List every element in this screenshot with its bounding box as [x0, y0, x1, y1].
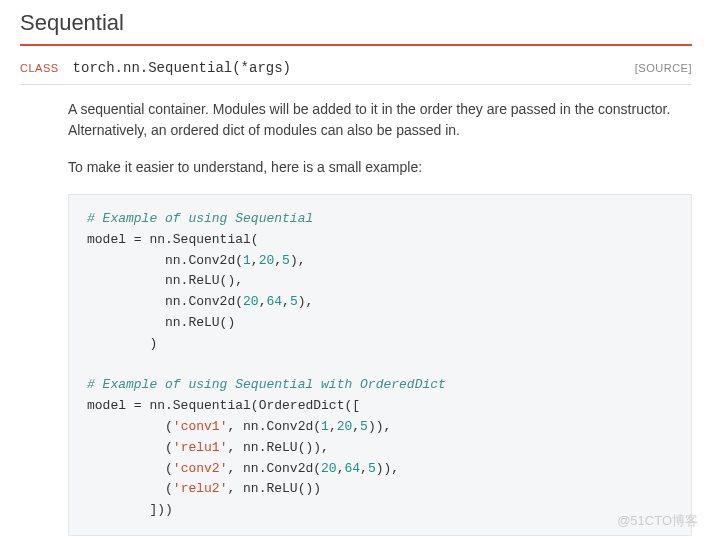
code-comment: # Example of using Sequential: [87, 211, 313, 226]
code-num: 5: [282, 253, 290, 268]
code-line: model = nn.Sequential(: [87, 232, 259, 247]
code-line: (: [87, 461, 173, 476]
code-num: 20: [243, 294, 259, 309]
code-num: 64: [344, 461, 360, 476]
code-line: (: [87, 440, 173, 455]
code-comment: # Example of using Sequential with Order…: [87, 377, 446, 392]
code-num: 64: [266, 294, 282, 309]
code-line: nn.ReLU(): [87, 315, 235, 330]
code-line: nn.Conv2d(: [87, 294, 243, 309]
code-line: ])): [87, 502, 173, 517]
description-paragraph-2: To make it easier to understand, here is…: [68, 157, 692, 178]
code-example: # Example of using Sequential model = nn…: [68, 194, 692, 536]
code-line: nn.ReLU(),: [87, 273, 243, 288]
code-line: ): [87, 336, 157, 351]
class-signature: torch.nn.Sequential(*args): [73, 60, 635, 76]
watermark: @51CTO博客: [617, 512, 698, 530]
page-title: Sequential: [20, 10, 692, 46]
code-line: (: [87, 419, 173, 434]
code-num: 1: [321, 419, 329, 434]
code-num: 20: [337, 419, 353, 434]
class-label: CLASS: [20, 62, 59, 74]
class-header: CLASS torch.nn.Sequential(*args) [SOURCE…: [20, 54, 692, 85]
source-link[interactable]: [SOURCE]: [635, 62, 692, 74]
code-line: model = nn.Sequential(OrderedDict([: [87, 398, 360, 413]
code-str: 'conv1': [173, 419, 228, 434]
code-num: 5: [290, 294, 298, 309]
code-num: 1: [243, 253, 251, 268]
code-num: 5: [360, 419, 368, 434]
code-str: 'conv2': [173, 461, 228, 476]
code-str: 'relu1': [173, 440, 228, 455]
description-paragraph-1: A sequential container. Modules will be …: [68, 99, 692, 141]
code-num: 20: [259, 253, 275, 268]
code-line: nn.Conv2d(: [87, 253, 243, 268]
code-line: (: [87, 481, 173, 496]
code-num: 20: [321, 461, 337, 476]
code-num: 5: [368, 461, 376, 476]
code-str: 'relu2': [173, 481, 228, 496]
